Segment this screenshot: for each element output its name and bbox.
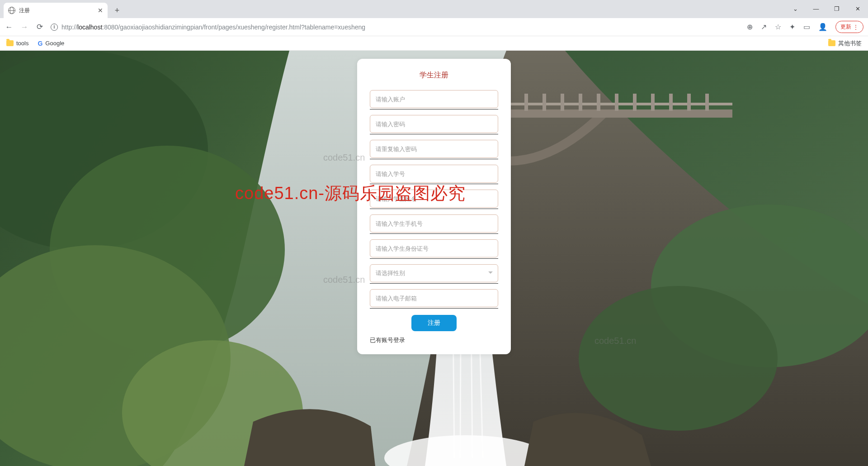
tab-bar: 注册 ✕ + ⌄ — ❐ ✕ (0, 0, 868, 18)
folder-icon (828, 40, 835, 46)
bookmark-label: 其他书签 (838, 39, 862, 48)
tab-title: 注册 (19, 7, 30, 14)
email-input[interactable] (370, 289, 498, 307)
url-field[interactable]: i http://localhost:8080/gaoxiaojiaoshidi… (51, 24, 741, 31)
bookmark-other[interactable]: 其他书签 (828, 39, 862, 48)
browser-tab[interactable]: 注册 ✕ (4, 3, 108, 18)
url-host: localhost (77, 24, 102, 31)
url-path: :8080/gaoxiaojiaoshidianzimingpian/front… (102, 24, 365, 31)
svg-rect-18 (651, 94, 655, 111)
register-button[interactable]: 注册 (411, 315, 457, 331)
url-scheme: http:// (61, 24, 77, 31)
bookmark-google[interactable]: G Google (38, 40, 64, 47)
bookmark-tools[interactable]: tools (6, 40, 28, 47)
menu-icon: ⋮ (853, 24, 859, 30)
svg-rect-17 (633, 94, 637, 111)
tab-chevron-icon[interactable]: ⌄ (785, 5, 806, 12)
update-button[interactable]: 更新 ⋮ (835, 21, 863, 33)
svg-rect-20 (687, 94, 691, 111)
login-link[interactable]: 已有账号登录 (370, 337, 405, 343)
phone-input[interactable] (370, 214, 498, 233)
svg-rect-12 (542, 94, 546, 111)
svg-point-2 (579, 286, 778, 431)
account-input[interactable] (370, 90, 498, 108)
window-controls: ⌄ — ❐ ✕ (785, 1, 868, 16)
svg-rect-16 (615, 94, 618, 111)
site-info-icon[interactable]: i (51, 24, 58, 31)
svg-rect-13 (561, 94, 564, 111)
minimize-button[interactable]: — (806, 5, 826, 12)
id-card-input[interactable] (370, 239, 498, 257)
globe-icon (8, 7, 15, 14)
page-viewport: code51.cn code51.cn code51.cn code51.cn … (0, 51, 868, 466)
address-bar: ← → ⟳ i http://localhost:8080/gaoxiaojia… (0, 18, 868, 36)
bookmark-label: tools (16, 40, 28, 47)
student-name-input[interactable] (370, 190, 498, 208)
svg-rect-11 (524, 94, 528, 111)
profile-icon[interactable]: 👤 (818, 23, 827, 31)
chevron-down-icon (488, 271, 493, 274)
forward-button[interactable]: → (20, 23, 29, 32)
new-tab-button[interactable]: + (110, 4, 124, 17)
reload-button[interactable]: ⟳ (35, 22, 44, 32)
gender-placeholder: 请选择性别 (376, 269, 405, 277)
tab-close-icon[interactable]: ✕ (98, 7, 103, 14)
bookmarks-bar: tools G Google 其他书签 (0, 36, 868, 51)
zoom-icon[interactable]: ⊕ (747, 23, 753, 31)
back-button[interactable]: ← (5, 23, 14, 32)
gender-select[interactable]: 请选择性别 (370, 264, 498, 284)
register-card: 学生注册 请选择性别 注册 已有账号登录 (357, 59, 511, 354)
svg-rect-14 (579, 94, 582, 111)
form-title: 学生注册 (370, 71, 498, 80)
bookmark-star-icon[interactable]: ☆ (775, 23, 781, 31)
folder-icon (6, 40, 14, 46)
update-label: 更新 (840, 23, 851, 31)
svg-rect-19 (669, 94, 673, 111)
extensions-icon[interactable]: ✦ (789, 23, 795, 31)
svg-rect-15 (597, 94, 600, 111)
student-no-input[interactable] (370, 165, 498, 183)
close-window-button[interactable]: ✕ (847, 5, 868, 12)
google-icon: G (38, 40, 42, 47)
svg-rect-21 (705, 94, 709, 111)
password-input[interactable] (370, 115, 498, 133)
share-icon[interactable]: ↗ (761, 23, 767, 31)
password-confirm-input[interactable] (370, 140, 498, 158)
side-panel-icon[interactable]: ▭ (803, 23, 810, 31)
toolbar-actions: ⊕ ↗ ☆ ✦ ▭ 👤 更新 ⋮ (747, 21, 863, 33)
maximize-button[interactable]: ❐ (826, 5, 847, 12)
browser-chrome: 注册 ✕ + ⌄ — ❐ ✕ ← → ⟳ i http://localhost:… (0, 0, 868, 51)
bookmark-label: Google (45, 40, 64, 47)
